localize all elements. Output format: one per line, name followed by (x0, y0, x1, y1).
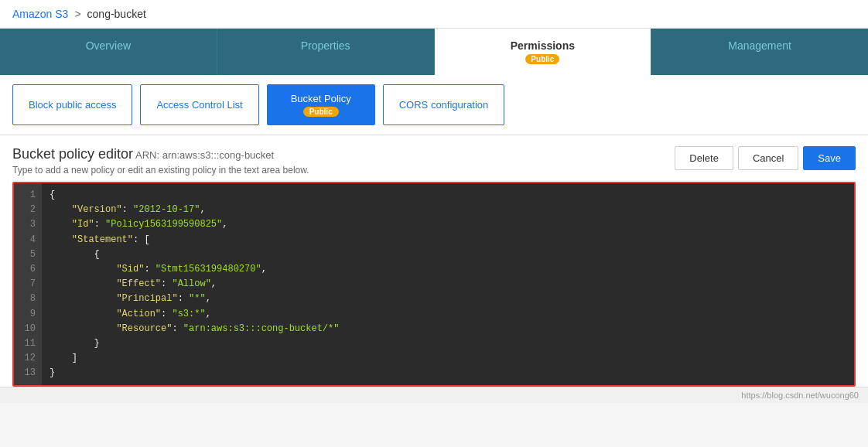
footer-watermark: https://blog.csdn.net/wucong60 (0, 387, 868, 403)
cancel-button[interactable]: Cancel (738, 146, 798, 170)
editor-section: Bucket policy editor ARN: arn:aws:s3:::c… (0, 135, 868, 387)
code-content[interactable]: { "Version": "2012-10-17", "Id": "Policy… (42, 183, 854, 385)
editor-arn-value: arn:aws:s3:::cong-bucket (162, 149, 275, 161)
breadcrumb-separator: > (74, 8, 80, 20)
editor-subtitle: Type to add a new policy or edit an exis… (12, 165, 309, 176)
tab-overview[interactable]: Overview (0, 29, 217, 75)
tab-permissions[interactable]: Permissions Public (435, 29, 652, 75)
delete-button[interactable]: Delete (675, 146, 733, 170)
editor-arn-label: ARN: arn:aws:s3:::cong-bucket (135, 149, 274, 161)
sub-tab-bucket-policy[interactable]: Bucket Policy Public (267, 84, 375, 125)
editor-actions: Delete Cancel Save (675, 146, 856, 170)
main-tabs: Overview Properties Permissions Public M… (0, 29, 868, 75)
tab-properties[interactable]: Properties (217, 29, 435, 75)
code-editor[interactable]: 12345 678910 111213 { "Version": "2012-1… (14, 183, 854, 385)
permissions-badge: Public (525, 54, 559, 64)
save-button[interactable]: Save (803, 146, 856, 170)
sub-tab-block-public-access[interactable]: Block public access (12, 84, 132, 125)
editor-header: Bucket policy editor ARN: arn:aws:s3:::c… (12, 146, 856, 176)
breadcrumb-parent[interactable]: Amazon S3 (12, 8, 68, 20)
editor-title-block: Bucket policy editor ARN: arn:aws:s3:::c… (12, 146, 309, 176)
bucket-policy-badge: Public (303, 107, 339, 117)
code-editor-wrapper: 12345 678910 111213 { "Version": "2012-1… (12, 182, 856, 387)
breadcrumb: Amazon S3 > cong-bucket (0, 0, 868, 29)
tab-management[interactable]: Management (651, 29, 868, 75)
line-numbers: 12345 678910 111213 (14, 183, 42, 385)
sub-tab-access-control-list[interactable]: Access Control List (140, 84, 258, 125)
editor-title: Bucket policy editor (12, 146, 133, 162)
breadcrumb-current: cong-bucket (87, 8, 146, 20)
sub-tabs: Block public access Access Control List … (0, 75, 868, 135)
sub-tab-cors-configuration[interactable]: CORS configuration (383, 84, 505, 125)
